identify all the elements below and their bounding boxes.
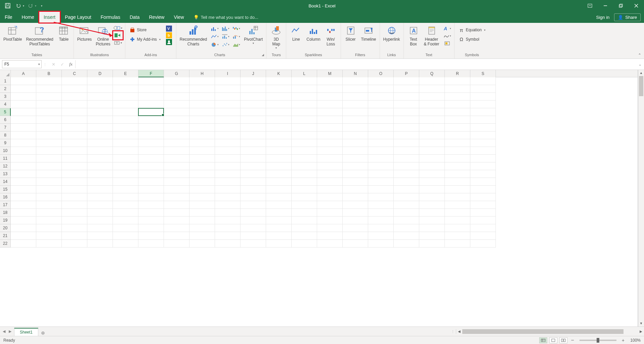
sign-in-link[interactable]: Sign in	[596, 15, 610, 20]
cell-Q22[interactable]	[419, 240, 445, 247]
cell-M9[interactable]	[317, 139, 343, 147]
cell-S5[interactable]	[470, 108, 496, 116]
cell-O11[interactable]	[368, 155, 394, 162]
cell-F13[interactable]	[138, 170, 164, 178]
cell-D22[interactable]	[87, 240, 113, 247]
cell-E7[interactable]	[113, 124, 138, 131]
cell-A9[interactable]	[11, 139, 36, 147]
cell-I21[interactable]	[215, 232, 241, 240]
cell-S16[interactable]	[470, 193, 496, 201]
cell-E22[interactable]	[113, 240, 138, 247]
cell-J21[interactable]	[241, 232, 266, 240]
cell-O6[interactable]	[368, 116, 394, 124]
cell-I20[interactable]	[215, 224, 241, 232]
cell-M11[interactable]	[317, 155, 343, 162]
cell-K13[interactable]	[266, 170, 292, 178]
cell-E12[interactable]	[113, 162, 138, 170]
cell-D15[interactable]	[87, 186, 113, 193]
cell-S10[interactable]	[470, 147, 496, 155]
cell-J9[interactable]	[241, 139, 266, 147]
cell-Q15[interactable]	[419, 186, 445, 193]
cell-S19[interactable]	[470, 217, 496, 224]
cell-K16[interactable]	[266, 193, 292, 201]
cell-C20[interactable]	[62, 224, 87, 232]
cell-D19[interactable]	[87, 217, 113, 224]
textbox-button[interactable]: AText Box	[406, 24, 421, 47]
tab-insert[interactable]: Insert	[39, 11, 60, 23]
redo-dropdown-icon[interactable]: ▾	[35, 4, 36, 7]
cell-L10[interactable]	[292, 147, 317, 155]
cell-R17[interactable]	[445, 201, 470, 209]
cell-Q8[interactable]	[419, 131, 445, 139]
cell-O20[interactable]	[368, 224, 394, 232]
vscroll-thumb[interactable]	[639, 76, 643, 96]
cell-L4[interactable]	[292, 101, 317, 108]
cell-J10[interactable]	[241, 147, 266, 155]
cell-J1[interactable]	[241, 77, 266, 85]
hyperlink-button[interactable]: Hyperlink	[382, 24, 401, 42]
row-header-13[interactable]: 13	[0, 170, 11, 178]
column-header-D[interactable]: D	[87, 70, 113, 77]
cancel-formula-icon[interactable]: ✕	[49, 60, 58, 68]
share-button[interactable]: 👤 Share	[614, 13, 641, 21]
cell-K8[interactable]	[266, 131, 292, 139]
cell-D21[interactable]	[87, 232, 113, 240]
cell-Q2[interactable]	[419, 85, 445, 93]
cell-K6[interactable]	[266, 116, 292, 124]
cell-M4[interactable]	[317, 101, 343, 108]
cell-R4[interactable]	[445, 101, 470, 108]
cell-B5[interactable]	[36, 108, 62, 116]
combo-chart-button[interactable]: ▾	[232, 34, 241, 40]
cell-A5[interactable]	[11, 108, 36, 116]
cell-K20[interactable]	[266, 224, 292, 232]
cell-H1[interactable]	[189, 77, 215, 85]
cell-K12[interactable]	[266, 162, 292, 170]
cell-H15[interactable]	[189, 186, 215, 193]
cell-L14[interactable]	[292, 178, 317, 186]
cell-I3[interactable]	[215, 93, 241, 101]
cell-M10[interactable]	[317, 147, 343, 155]
cell-C9[interactable]	[62, 139, 87, 147]
cell-Q13[interactable]	[419, 170, 445, 178]
cell-B18[interactable]	[36, 209, 62, 217]
page-layout-view-icon[interactable]	[549, 337, 557, 343]
cell-P2[interactable]	[394, 85, 419, 93]
cell-F1[interactable]	[138, 77, 164, 85]
cell-F3[interactable]	[138, 93, 164, 101]
cell-H10[interactable]	[189, 147, 215, 155]
cell-D1[interactable]	[87, 77, 113, 85]
cell-M16[interactable]	[317, 193, 343, 201]
cell-A1[interactable]	[11, 77, 36, 85]
cell-P10[interactable]	[394, 147, 419, 155]
cell-R14[interactable]	[445, 178, 470, 186]
redo-icon[interactable]	[26, 1, 35, 10]
waterfall-chart-button[interactable]: ▾	[232, 26, 241, 32]
cell-S4[interactable]	[470, 101, 496, 108]
horizontal-scrollbar[interactable]: ◀ ▶	[456, 329, 644, 334]
pie-chart-button[interactable]: ▾	[210, 42, 219, 48]
cell-A12[interactable]	[11, 162, 36, 170]
cell-M21[interactable]	[317, 232, 343, 240]
cell-I2[interactable]	[215, 85, 241, 93]
expand-formula-bar-icon[interactable]: ⌄	[636, 63, 644, 66]
cell-S6[interactable]	[470, 116, 496, 124]
cell-S21[interactable]	[470, 232, 496, 240]
cell-H8[interactable]	[189, 131, 215, 139]
cell-E9[interactable]	[113, 139, 138, 147]
cell-I12[interactable]	[215, 162, 241, 170]
cell-E19[interactable]	[113, 217, 138, 224]
cell-H12[interactable]	[189, 162, 215, 170]
cell-C7[interactable]	[62, 124, 87, 131]
cell-N22[interactable]	[343, 240, 368, 247]
table-button[interactable]: Table	[56, 24, 72, 42]
cell-Q3[interactable]	[419, 93, 445, 101]
cell-O7[interactable]	[368, 124, 394, 131]
tell-me-search[interactable]: 💡 Tell me what you want to do...	[189, 11, 258, 23]
cell-R22[interactable]	[445, 240, 470, 247]
row-header-17[interactable]: 17	[0, 201, 11, 209]
column-header-F[interactable]: F	[138, 70, 164, 77]
column-header-I[interactable]: I	[215, 70, 241, 77]
cell-A6[interactable]	[11, 116, 36, 124]
cell-J11[interactable]	[241, 155, 266, 162]
cell-L16[interactable]	[292, 193, 317, 201]
